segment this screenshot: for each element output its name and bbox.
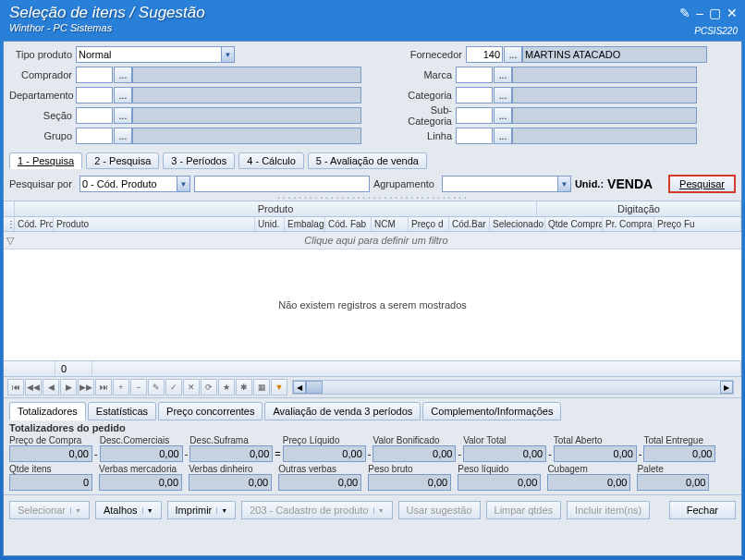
tab-estatisticas[interactable]: Estatísticas bbox=[88, 402, 156, 420]
nav-filter-icon[interactable]: ▼ bbox=[271, 379, 287, 396]
edit-icon[interactable]: ✎ bbox=[679, 6, 690, 20]
nav-edit-icon[interactable]: ✎ bbox=[148, 379, 165, 396]
comprador-name bbox=[132, 67, 361, 83]
client-area: Tipo produto Normal ▼ Fornecedor ... Com… bbox=[3, 41, 742, 556]
close-icon[interactable]: ✕ bbox=[727, 6, 738, 20]
linha-lookup-button[interactable]: ... bbox=[494, 128, 512, 144]
marca-input[interactable] bbox=[456, 67, 493, 83]
tab-totalizadores[interactable]: Totalizadores bbox=[9, 402, 86, 420]
tipo-produto-dropdown[interactable]: Normal ▼ bbox=[76, 46, 235, 63]
tab-complemento[interactable]: Complemento/Informações bbox=[422, 402, 561, 420]
nav-grid-icon[interactable]: ▦ bbox=[253, 379, 270, 396]
minimize-icon[interactable]: – bbox=[696, 6, 703, 20]
chevron-down-icon: ▼ bbox=[373, 507, 385, 514]
usar-sugestao-button[interactable]: Usar sugestão bbox=[398, 501, 481, 519]
chevron-down-icon: ▼ bbox=[216, 507, 227, 514]
grupo-lookup-button[interactable]: ... bbox=[114, 128, 132, 144]
chevron-down-icon: ▼ bbox=[142, 507, 153, 514]
nav-check-icon[interactable]: ✓ bbox=[165, 379, 182, 396]
preco-compra-value bbox=[9, 445, 92, 462]
verbas-dinheiro-value bbox=[189, 474, 272, 491]
nav-prev-page-icon[interactable]: ◀◀ bbox=[25, 379, 42, 396]
peso-bruto-value bbox=[368, 474, 451, 491]
grupo-label: Grupo bbox=[9, 130, 76, 141]
chevron-down-icon[interactable]: ▼ bbox=[557, 177, 570, 191]
nav-cancel-icon[interactable]: ✕ bbox=[183, 379, 200, 396]
linha-name bbox=[512, 128, 697, 144]
tab-1-pesquisa[interactable]: 1 - Pesquisa bbox=[9, 152, 82, 169]
linha-input[interactable] bbox=[456, 128, 493, 144]
window-subtitle: Winthor - PC Sistemas bbox=[9, 22, 736, 33]
grid-index-row: 0 bbox=[4, 360, 741, 377]
nav-star-icon[interactable]: ✱ bbox=[236, 379, 252, 396]
nav-refresh-icon[interactable]: ⟳ bbox=[201, 379, 217, 396]
marca-lookup-button[interactable]: ... bbox=[494, 67, 512, 83]
chevron-down-icon[interactable]: ▼ bbox=[177, 177, 189, 191]
maximize-icon[interactable]: ▢ bbox=[709, 6, 721, 20]
grid-filter-row[interactable]: ▽ Clique aqui para definir um filtro bbox=[4, 232, 741, 250]
incluir-item-button[interactable]: Incluir item(ns) bbox=[567, 501, 650, 519]
comprador-label: Comprador bbox=[9, 69, 76, 80]
categoria-lookup-button[interactable]: ... bbox=[494, 87, 512, 103]
nav-remove-icon[interactable]: − bbox=[130, 379, 147, 396]
categoria-input[interactable] bbox=[456, 87, 493, 103]
departamento-lookup-button[interactable]: ... bbox=[114, 87, 132, 103]
verbas-mercadoria-value bbox=[99, 474, 182, 491]
tabs-primary: 1 - Pesquisa 2 - Pesquisa 3 - Períodos 4… bbox=[4, 151, 741, 171]
fornecedor-input[interactable] bbox=[466, 46, 503, 63]
grid-empty-message: Não existem registros a serem mostrados bbox=[278, 299, 467, 310]
cadastro-produto-button[interactable]: 203 - Cadastro de produto▼ bbox=[241, 501, 392, 519]
subcategoria-input[interactable] bbox=[456, 107, 493, 124]
tab-3-periodos[interactable]: 3 - Períodos bbox=[163, 152, 235, 169]
grid-body: Não existem registros a serem mostrados bbox=[4, 250, 741, 360]
pesquisar-por-dropdown[interactable]: 0 - Cód. Produto ▼ bbox=[79, 176, 190, 192]
subcategoria-lookup-button[interactable]: ... bbox=[494, 107, 512, 124]
horizontal-scrollbar[interactable]: ◀ ▶ bbox=[292, 380, 734, 395]
grupo-input[interactable] bbox=[76, 128, 113, 144]
tab-2-pesquisa[interactable]: 2 - Pesquisa bbox=[86, 152, 159, 169]
comprador-input[interactable] bbox=[76, 67, 113, 83]
agrupamento-dropdown[interactable]: ▼ bbox=[442, 176, 571, 192]
pesquisar-input[interactable] bbox=[194, 176, 370, 192]
total-entregue-value bbox=[643, 445, 715, 462]
tab-preco-concorrentes[interactable]: Preço concorrentes bbox=[158, 402, 263, 420]
scroll-thumb[interactable] bbox=[306, 381, 323, 394]
scroll-right-icon[interactable]: ▶ bbox=[720, 381, 733, 394]
nav-next-icon[interactable]: ▶ bbox=[60, 379, 77, 396]
desc-suframa-value bbox=[189, 445, 273, 462]
nav-add-icon[interactable]: + bbox=[113, 379, 129, 396]
window-title: Seleção de itens / Sugestão bbox=[9, 4, 736, 22]
comprador-lookup-button[interactable]: ... bbox=[114, 67, 132, 83]
grid-column-header[interactable]: ⋮⋮ Cód. Pro Produto Unid. Embalag Cód. F… bbox=[4, 217, 741, 232]
secao-lookup-button[interactable]: ... bbox=[114, 107, 132, 124]
selecionar-button[interactable]: Selecionar▼ bbox=[9, 501, 90, 519]
fechar-button[interactable]: Fechar bbox=[669, 501, 736, 519]
imprimir-button[interactable]: Imprimir▼ bbox=[167, 501, 237, 519]
nav-bookmark-icon[interactable]: ★ bbox=[218, 379, 235, 396]
chevron-down-icon[interactable]: ▼ bbox=[221, 47, 234, 62]
qtde-itens-value bbox=[9, 474, 92, 491]
marca-name bbox=[512, 67, 697, 83]
subcategoria-name bbox=[512, 107, 697, 124]
fornecedor-name bbox=[522, 46, 707, 63]
limpar-qtdes-button[interactable]: Limpar qtdes bbox=[486, 501, 562, 519]
unid-value: VENDA bbox=[607, 177, 653, 191]
valor-total-value bbox=[463, 445, 546, 462]
nav-next-page-icon[interactable]: ▶▶ bbox=[78, 379, 94, 396]
departamento-label: Departamento bbox=[9, 90, 76, 101]
fornecedor-label: Fornecedor bbox=[401, 49, 466, 60]
scroll-left-icon[interactable]: ◀ bbox=[293, 381, 306, 394]
pesquisar-button[interactable]: Pesquisar bbox=[668, 175, 736, 193]
app-code: PCSIS220 bbox=[694, 26, 738, 36]
nav-last-icon[interactable]: ⏭ bbox=[95, 379, 112, 396]
tipo-produto-label: Tipo produto bbox=[9, 49, 76, 60]
tab-5-avaliacao[interactable]: 5 - Avaliação de venda bbox=[308, 152, 427, 169]
fornecedor-lookup-button[interactable]: ... bbox=[504, 46, 522, 63]
nav-first-icon[interactable]: ⏮ bbox=[7, 379, 24, 396]
departamento-input[interactable] bbox=[76, 87, 113, 103]
tab-4-calculo[interactable]: 4 - Cálculo bbox=[238, 152, 304, 169]
secao-input[interactable] bbox=[76, 107, 113, 124]
tab-avaliacao-venda[interactable]: Avaliação de venda 3 períodos bbox=[264, 402, 421, 420]
nav-prev-icon[interactable]: ◀ bbox=[43, 379, 59, 396]
atalhos-button[interactable]: Atalhos▼ bbox=[95, 501, 162, 519]
